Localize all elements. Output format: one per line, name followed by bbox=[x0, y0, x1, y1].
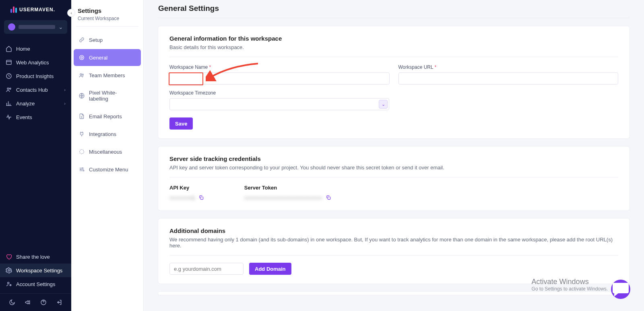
workspace-name-input[interactable] bbox=[169, 72, 390, 84]
divider bbox=[169, 57, 618, 57]
domains-card: Additional domains We recommend having o… bbox=[158, 218, 630, 284]
nav-label: Home bbox=[16, 46, 30, 52]
nav-account-settings[interactable]: Account Settings bbox=[0, 277, 71, 291]
user-gear-icon bbox=[6, 281, 12, 287]
svg-rect-18 bbox=[200, 197, 203, 199]
card-title: Server side tracking credentials bbox=[169, 155, 618, 162]
svg-point-8 bbox=[80, 56, 84, 60]
svg-point-13 bbox=[80, 150, 84, 154]
help-icon[interactable] bbox=[40, 299, 47, 306]
svg-point-6 bbox=[10, 284, 11, 286]
users-icon bbox=[6, 87, 12, 93]
workspace-name-label: Workspace Name * bbox=[169, 64, 390, 70]
divider bbox=[76, 26, 138, 27]
primary-sidebar: USERMAVEN. ⌄ Home Web Analytics Product … bbox=[0, 0, 71, 311]
heart-icon bbox=[6, 253, 12, 260]
nav-share-love[interactable]: Share the love bbox=[0, 250, 71, 264]
workspace-name bbox=[19, 25, 55, 29]
nav-label: Account Settings bbox=[16, 281, 56, 287]
credentials-card: Server side tracking credentials API key… bbox=[158, 146, 630, 210]
add-domain-button[interactable]: Add Domain bbox=[249, 263, 291, 275]
primary-nav: Home Web Analytics Product Insights Cont… bbox=[0, 38, 71, 124]
nav-label: Workspace Settings bbox=[16, 268, 62, 274]
main-content: General Settings General information for… bbox=[144, 0, 644, 311]
copy-icon[interactable] bbox=[326, 195, 331, 202]
sec-setup[interactable]: Setup bbox=[74, 31, 141, 48]
chevron-down-icon: ⌄ bbox=[58, 24, 63, 30]
brand-name: USERMAVEN. bbox=[19, 7, 55, 12]
sec-pixel-whitelabel[interactable]: Pixel White-labelling bbox=[74, 84, 141, 107]
server-token-value: ••••••••••••••••••••••••••••••••••• bbox=[244, 195, 322, 201]
svg-point-11 bbox=[82, 74, 83, 75]
sec-customize-menu[interactable]: Customize Menu bbox=[74, 161, 141, 178]
sidebar-collapse-button[interactable]: ‹ bbox=[67, 9, 75, 17]
sec-label: Customize Menu bbox=[89, 167, 128, 173]
chevron-right-icon: › bbox=[64, 87, 66, 92]
moon-icon[interactable] bbox=[9, 299, 15, 306]
nav-label: Share the love bbox=[16, 254, 50, 260]
save-button[interactable]: Save bbox=[169, 117, 193, 130]
page-title: General Settings bbox=[158, 4, 630, 18]
sec-email-reports[interactable]: Email Reports bbox=[74, 108, 141, 125]
secondary-subtitle: Current Workspace bbox=[71, 16, 143, 26]
nav-events[interactable]: Events bbox=[0, 110, 71, 124]
sec-label: Miscellaneous bbox=[89, 149, 122, 155]
card-desc: API key and server token corresponding t… bbox=[169, 165, 618, 171]
workspace-picker[interactable]: ⌄ bbox=[4, 20, 67, 34]
card-desc: We recommend having only 1 domain (and i… bbox=[169, 237, 618, 249]
sec-integrations[interactable]: Integrations bbox=[74, 126, 141, 142]
workspace-avatar-icon bbox=[8, 23, 15, 31]
nav-product-insights[interactable]: Product Insights bbox=[0, 69, 71, 83]
svg-rect-0 bbox=[6, 60, 11, 65]
svg-point-9 bbox=[81, 57, 83, 58]
sec-general[interactable]: General bbox=[74, 49, 141, 66]
nav-contacts-hub[interactable]: Contacts Hub › bbox=[0, 83, 71, 97]
logo-mark-icon bbox=[10, 6, 17, 13]
globe-icon bbox=[78, 93, 85, 99]
chat-fab-button[interactable] bbox=[611, 280, 630, 299]
workspace-url-label: Workspace URL * bbox=[398, 64, 619, 70]
primary-sidebar-bottom: Share the love Workspace Settings Accoun… bbox=[0, 250, 71, 311]
copy-icon[interactable] bbox=[198, 195, 204, 202]
sec-label: Team Members bbox=[89, 72, 125, 78]
domain-input[interactable] bbox=[169, 263, 244, 275]
nav-web-analytics[interactable]: Web Analytics bbox=[0, 56, 71, 69]
svg-point-4 bbox=[8, 270, 10, 271]
gear-icon bbox=[6, 267, 12, 274]
divider bbox=[169, 177, 618, 177]
sec-team-members[interactable]: Team Members bbox=[74, 67, 141, 84]
svg-rect-19 bbox=[328, 197, 330, 199]
svg-point-2 bbox=[7, 88, 9, 89]
megaphone-icon[interactable] bbox=[25, 299, 31, 306]
secondary-nav: Setup General Team Members Pixel White-l… bbox=[71, 31, 143, 178]
next-card-peek bbox=[158, 292, 630, 295]
divider bbox=[169, 255, 618, 255]
utility-icons bbox=[0, 293, 71, 311]
api-key-value: ••••••••••5 bbox=[169, 195, 195, 201]
plug-icon bbox=[78, 131, 85, 137]
nav-home[interactable]: Home bbox=[0, 42, 71, 56]
nav-label: Product Insights bbox=[16, 73, 54, 79]
logout-icon[interactable] bbox=[56, 299, 62, 306]
workspace-tz-select[interactable] bbox=[169, 98, 389, 110]
workspace-tz-label: Workspace Timezone bbox=[169, 90, 618, 96]
workspace-url-input[interactable] bbox=[398, 72, 619, 84]
home-icon bbox=[6, 45, 12, 52]
svg-point-16 bbox=[83, 170, 84, 171]
svg-point-5 bbox=[8, 282, 9, 284]
chat-icon bbox=[611, 280, 630, 299]
sec-miscellaneous[interactable]: Miscellaneous bbox=[74, 143, 141, 160]
svg-point-14 bbox=[82, 168, 83, 169]
document-icon bbox=[78, 113, 85, 119]
chart-icon bbox=[6, 100, 12, 107]
pulse-icon bbox=[6, 114, 12, 120]
card-title: Additional domains bbox=[169, 227, 618, 234]
nav-analyze[interactable]: Analyze › bbox=[0, 97, 71, 110]
sec-label: General bbox=[89, 55, 107, 61]
nav-workspace-settings[interactable]: Workspace Settings bbox=[0, 264, 71, 277]
nav-label: Contacts Hub bbox=[16, 87, 48, 93]
card-title: General information for this workspace bbox=[169, 35, 618, 42]
api-key-label: API Key bbox=[169, 185, 204, 191]
secondary-title: Settings bbox=[71, 7, 143, 16]
team-icon bbox=[78, 72, 85, 78]
